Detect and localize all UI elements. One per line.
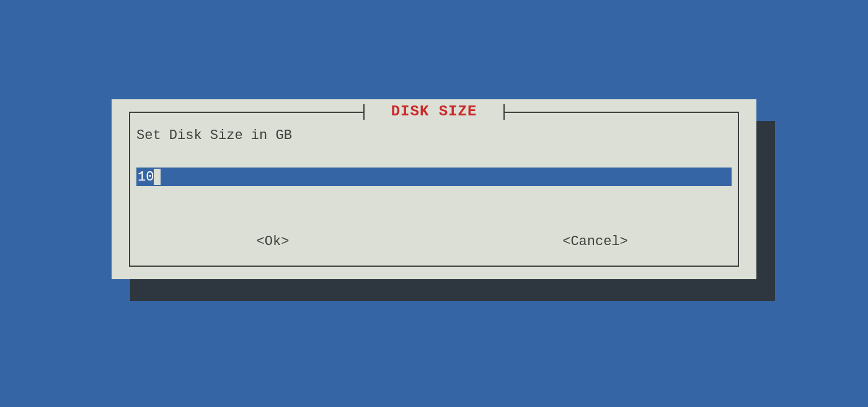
text-cursor <box>154 169 161 185</box>
disk-size-input[interactable]: 10 <box>136 168 732 186</box>
input-value: 10 <box>138 169 154 185</box>
cancel-button[interactable]: <Cancel> <box>434 234 756 249</box>
dialog-title: DISK SIZE <box>112 103 756 120</box>
dialog-prompt: Set Disk Size in GB <box>136 128 292 143</box>
border-decoration <box>129 266 739 267</box>
ok-button[interactable]: <Ok> <box>112 234 434 249</box>
disk-size-dialog: DISK SIZE Set Disk Size in GB 10 <Ok> <C… <box>112 99 756 279</box>
button-row: <Ok> <Cancel> <box>112 234 756 249</box>
